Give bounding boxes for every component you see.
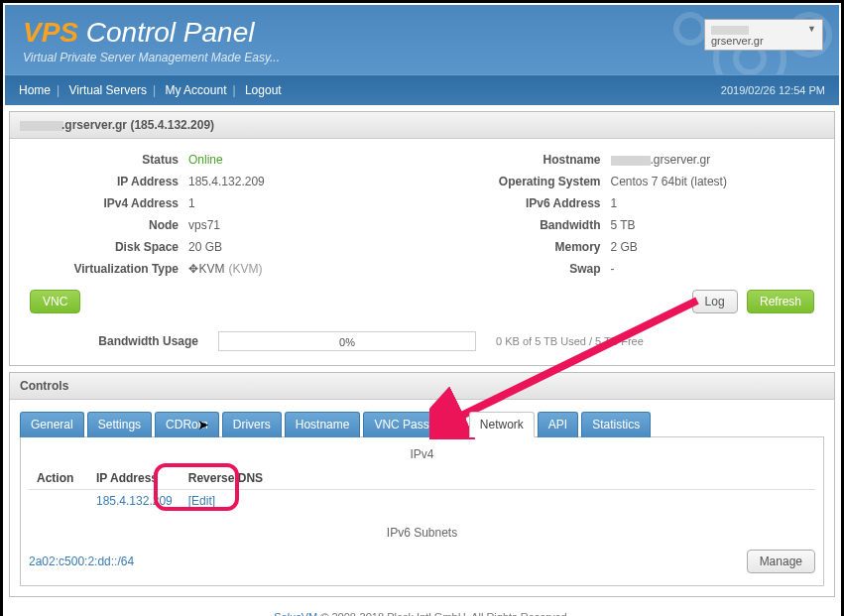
ipv6-subnet-link[interactable]: 2a02:c500:2:dd::/64: [29, 554, 134, 568]
value-status: Online: [188, 153, 223, 167]
value-disk: 20 GB: [188, 236, 403, 258]
nav-datetime: 2019/02/26 12:54 PM: [721, 84, 825, 96]
manage-button[interactable]: Manage: [747, 550, 815, 573]
label-disk: Disk Space: [20, 236, 179, 258]
tab-statistics[interactable]: Statistics: [581, 412, 651, 437]
label-hostname: Hostname: [442, 149, 601, 171]
footer-brand-link[interactable]: SolusVM: [274, 611, 317, 616]
app-title: VPS Control Panel: [23, 17, 821, 49]
server-domain-suffix: .grserver.gr: [61, 118, 127, 132]
value-bandwidth: 5 TB: [611, 214, 825, 236]
ipv6-section-title: IPv6 Subnets: [29, 522, 815, 546]
label-ipv4: IPv4 Address: [20, 192, 179, 214]
table-row: 185.4.132.209 [Edit]: [29, 490, 815, 513]
nav-home[interactable]: Home: [19, 83, 51, 97]
nav-virtual-servers[interactable]: Virtual Servers: [68, 83, 146, 97]
label-swap: Swap: [442, 258, 601, 280]
col-action: Action: [29, 467, 88, 490]
refresh-button[interactable]: Refresh: [747, 290, 814, 313]
value-os: Centos 7 64bit (latest): [611, 171, 825, 192]
bandwidth-usage-bar: 0%: [218, 331, 476, 351]
label-node: Node: [20, 214, 179, 236]
bandwidth-usage-label: Bandwidth Usage: [79, 334, 198, 348]
vnc-button[interactable]: VNC: [30, 290, 80, 313]
redacted-text: [611, 156, 651, 166]
controls-tabs: General Settings CDRom Drivers Hostname …: [20, 412, 824, 437]
tab-drivers[interactable]: Drivers: [222, 412, 282, 437]
cell-action: [29, 490, 88, 513]
server-select-dropdown[interactable]: grserver.gr: [704, 19, 823, 51]
value-node: vps71: [188, 214, 403, 236]
col-rdns: Reverse DNS: [181, 467, 815, 490]
value-ipv4: 1: [188, 192, 403, 214]
label-ipv6: IPv6 Address: [442, 192, 601, 214]
label-memory: Memory: [442, 236, 601, 258]
nav-logout[interactable]: Logout: [245, 83, 282, 97]
label-ip: IP Address: [20, 171, 179, 192]
label-bandwidth: Bandwidth: [442, 214, 601, 236]
controls-header: Controls: [10, 373, 834, 400]
ipv4-table: Action IP Address Reverse DNS 185.4.132.…: [29, 467, 815, 512]
value-ip: 185.4.132.209: [188, 171, 403, 192]
value-ipv6: 1: [611, 192, 825, 214]
server-select-suffix: grserver.gr: [711, 35, 764, 47]
log-button[interactable]: Log: [692, 290, 738, 313]
server-ip-paren: (185.4.132.209): [127, 118, 214, 132]
value-memory: 2 GB: [611, 236, 825, 258]
tab-general[interactable]: General: [20, 412, 84, 437]
value-virt-sub: (KVM): [229, 262, 263, 276]
rdns-edit-link[interactable]: [Edit]: [188, 494, 215, 508]
value-virt-type: KVM: [199, 262, 225, 276]
page-footer: SolusVM © 2008-2018 Plesk Intl GmbH. All…: [5, 603, 839, 616]
tab-network[interactable]: Network: [469, 412, 535, 437]
main-navbar: Home| Virtual Servers| My Account| Logou…: [5, 74, 839, 105]
nav-links: Home| Virtual Servers| My Account| Logou…: [19, 83, 282, 97]
server-info-panel: .grserver.gr (185.4.132.209) StatusOnlin…: [9, 111, 835, 366]
app-title-vps: VPS: [23, 17, 78, 48]
network-tab-pane: IPv4 Action IP Address Reverse DNS 185.4…: [20, 436, 824, 586]
label-status: Status: [20, 149, 179, 171]
value-hostname-suffix: .grserver.gr: [651, 153, 711, 167]
server-info-header: .grserver.gr (185.4.132.209): [10, 112, 834, 139]
controls-panel: Controls General Settings CDRom Drivers …: [9, 372, 835, 597]
info-right-column: Hostname.grserver.gr Operating SystemCen…: [442, 149, 825, 280]
label-os: Operating System: [442, 171, 601, 192]
ipv4-section-title: IPv4: [29, 443, 815, 467]
col-ip: IP Address: [88, 467, 181, 490]
tab-api[interactable]: API: [538, 412, 578, 437]
tab-cdrom[interactable]: CDRom: [155, 412, 219, 437]
info-left-column: StatusOnline IP Address185.4.132.209 IPv…: [20, 149, 403, 280]
nav-my-account[interactable]: My Account: [165, 83, 226, 97]
cell-ip-link[interactable]: 185.4.132.209: [96, 494, 173, 508]
redacted-text: [711, 26, 749, 35]
bandwidth-usage-text: 0 KB of 5 TB Used / 5 TB Free: [496, 335, 644, 347]
tab-settings[interactable]: Settings: [87, 412, 152, 437]
tab-vnc-password[interactable]: VNC Password: [363, 412, 465, 437]
footer-rest: © 2008-2018 Plesk Intl GmbH. All Rights …: [317, 611, 570, 616]
label-virt-type: Virtualization Type: [20, 258, 179, 280]
app-title-rest: Control Panel: [78, 17, 254, 48]
app-subtitle: Virtual Private Server Management Made E…: [23, 51, 821, 64]
bandwidth-usage-pct: 0%: [219, 332, 475, 352]
app-header: VPS Control Panel Virtual Private Server…: [5, 5, 839, 74]
tab-hostname[interactable]: Hostname: [285, 412, 361, 437]
value-swap: -: [611, 258, 825, 280]
redacted-text: [20, 121, 63, 131]
